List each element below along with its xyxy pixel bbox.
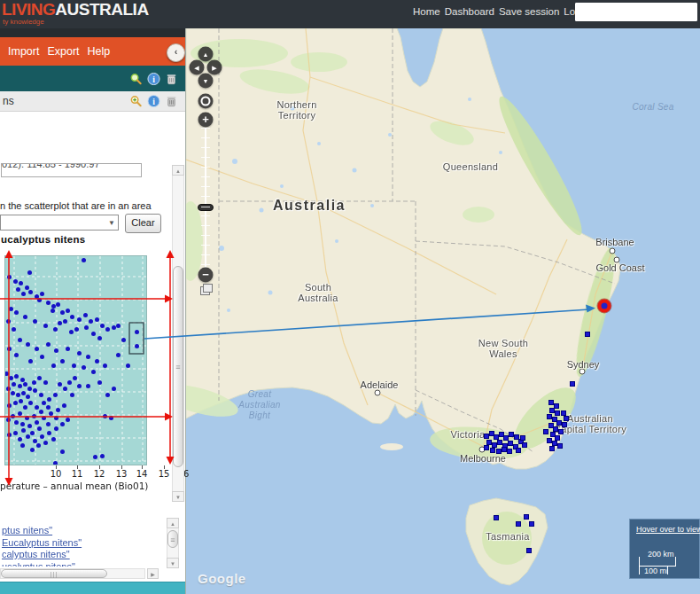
occurrence-marker[interactable] bbox=[585, 332, 590, 337]
occurrence-marker[interactable] bbox=[555, 410, 560, 416]
chevron-left-icon: ‹ bbox=[175, 46, 178, 57]
occurrence-marker[interactable] bbox=[549, 446, 555, 451]
scroll-up-icon: ▲ bbox=[170, 521, 175, 527]
links-scrollbar-thumb[interactable]: ≡ bbox=[167, 530, 178, 548]
scatter-point bbox=[9, 307, 13, 311]
city-dot-sydney bbox=[579, 369, 586, 375]
occurrence-marker[interactable] bbox=[526, 548, 532, 553]
x-tick-label: 12 bbox=[94, 469, 105, 479]
scatter-point bbox=[30, 431, 35, 435]
info-icon[interactable]: i bbox=[147, 72, 160, 85]
scatter-point bbox=[39, 393, 43, 397]
scatter-point bbox=[109, 416, 113, 420]
zoom-out-button[interactable]: − bbox=[198, 268, 214, 283]
area-select-dropdown[interactable]: ▼ bbox=[0, 215, 119, 231]
area-filter-prompt: n the scatterplot that are in an area bbox=[0, 200, 152, 211]
ala-logo[interactable]: LIVINGAUSTRALIA bbox=[2, 1, 149, 20]
zoom-slider[interactable] bbox=[201, 128, 210, 270]
scatter-point bbox=[135, 330, 139, 334]
scatter-point bbox=[103, 363, 107, 368]
occurrence-marker[interactable] bbox=[529, 521, 534, 527]
scrollbar-grip-icon: ||| bbox=[51, 571, 58, 577]
occurrence-marker[interactable] bbox=[558, 429, 564, 434]
logo-text-living: LIVING bbox=[2, 0, 55, 19]
scatter-point bbox=[13, 279, 18, 284]
scatter-point bbox=[11, 414, 15, 418]
scatterplot-area[interactable] bbox=[4, 255, 147, 465]
nav-link-home[interactable]: Home bbox=[413, 6, 440, 17]
occurrence-marker[interactable] bbox=[564, 416, 569, 421]
active-layer-row[interactable]: ns i bbox=[0, 91, 185, 112]
occurrence-marker[interactable] bbox=[562, 422, 567, 427]
occurrence-marker[interactable] bbox=[494, 515, 499, 520]
layer-range-text: 012). 114.85 - 1990.97 bbox=[2, 163, 141, 169]
delete-layer-icon[interactable] bbox=[165, 72, 178, 85]
scatter-point bbox=[60, 359, 65, 363]
scrollbar-grip-icon: ≡ bbox=[175, 363, 180, 371]
pan-down-button[interactable]: ▼ bbox=[198, 74, 214, 89]
spatial-portal-app: Northern TerritoryQueenslandAustraliaSou… bbox=[0, 0, 700, 594]
reset-view-button[interactable] bbox=[198, 94, 214, 109]
nav-link-save-session[interactable]: Save session bbox=[499, 6, 559, 17]
occurrence-marker[interactable] bbox=[557, 443, 563, 449]
scatter-point bbox=[39, 410, 43, 414]
occurrence-marker[interactable] bbox=[484, 445, 489, 450]
layer-link[interactable]: Eucalyptus nitens" bbox=[2, 537, 163, 550]
scatter-point bbox=[62, 403, 66, 408]
occurrence-marker[interactable] bbox=[516, 448, 521, 453]
layer-range-field[interactable]: 012). 114.85 - 1990.97 bbox=[1, 163, 142, 177]
scatter-point bbox=[58, 382, 62, 387]
scatter-point bbox=[116, 324, 121, 328]
nav-link-dashboard[interactable]: Dashboard bbox=[445, 6, 494, 17]
zoom-to-layer-icon[interactable] bbox=[129, 72, 143, 85]
panel-menubar: ImportExportHelp bbox=[0, 37, 185, 66]
layer-link[interactable]: ucalyptus nitens" bbox=[2, 561, 163, 567]
layer-delete-icon[interactable] bbox=[165, 95, 178, 108]
scatter-point bbox=[13, 431, 18, 435]
header-nav: HomeDashboardSave sessionLog in bbox=[413, 6, 596, 17]
links-hscrollbar-thumb[interactable]: ||| bbox=[1, 569, 107, 578]
x-tick-label: 14 bbox=[136, 469, 148, 479]
map-canvas[interactable]: Northern TerritoryQueenslandAustraliaSou… bbox=[186, 28, 700, 594]
occurrence-marker[interactable] bbox=[507, 449, 512, 454]
scatter-point bbox=[63, 387, 67, 391]
layer-link[interactable]: calyptus nitens" bbox=[2, 549, 163, 561]
overview-map-toggle[interactable] bbox=[200, 284, 213, 294]
links-scroll-right-button[interactable]: ▶ bbox=[147, 568, 159, 579]
scatter-point bbox=[51, 309, 55, 313]
panel-scroll-up-button[interactable]: ▲ bbox=[172, 165, 184, 176]
kangaroo-island bbox=[380, 443, 403, 450]
links-scroll-down-button[interactable]: ▼ bbox=[167, 558, 179, 568]
zoom-in-button[interactable]: + bbox=[198, 113, 214, 128]
layer-info-icon[interactable]: i bbox=[147, 95, 160, 108]
occurrence-marker[interactable] bbox=[570, 381, 575, 387]
scatter-point bbox=[18, 437, 22, 442]
occurrence-marker[interactable] bbox=[490, 448, 495, 453]
scale-tick bbox=[675, 557, 676, 566]
scatter-point bbox=[51, 437, 56, 442]
menu-item-import[interactable]: Import bbox=[8, 45, 39, 58]
layer-zoom-icon[interactable] bbox=[129, 95, 143, 108]
panel-collapse-button[interactable]: ‹ bbox=[167, 43, 185, 62]
occurrence-marker[interactable] bbox=[522, 442, 527, 448]
panel-scrollbar-thumb[interactable]: ≡ bbox=[173, 266, 183, 467]
scatter-point bbox=[93, 455, 97, 459]
scatter-point bbox=[116, 353, 121, 357]
header-search-input[interactable] bbox=[575, 3, 697, 21]
scatter-point bbox=[43, 324, 48, 328]
layer-link[interactable]: ptus nitens" bbox=[2, 525, 163, 537]
hover-info-box[interactable]: Hover over to view 200 km 100 mi bbox=[629, 519, 700, 579]
occurrence-marker[interactable] bbox=[516, 521, 521, 527]
occurrence-marker[interactable] bbox=[543, 429, 548, 434]
reset-view-icon bbox=[201, 97, 211, 106]
slider-grip-icon bbox=[201, 207, 210, 207]
zoom-slider-handle[interactable] bbox=[198, 204, 214, 211]
menu-item-export[interactable]: Export bbox=[47, 45, 79, 58]
occurrence-marker[interactable] bbox=[520, 435, 525, 441]
panel-scroll-down-button[interactable]: ▼ bbox=[172, 491, 184, 502]
selected-occurrence-marker[interactable] bbox=[598, 300, 611, 313]
links-scroll-up-button[interactable]: ▲ bbox=[167, 518, 179, 528]
occurrence-marker[interactable] bbox=[524, 514, 529, 520]
menu-item-help[interactable]: Help bbox=[88, 45, 111, 58]
clear-button[interactable]: Clear bbox=[125, 214, 161, 233]
